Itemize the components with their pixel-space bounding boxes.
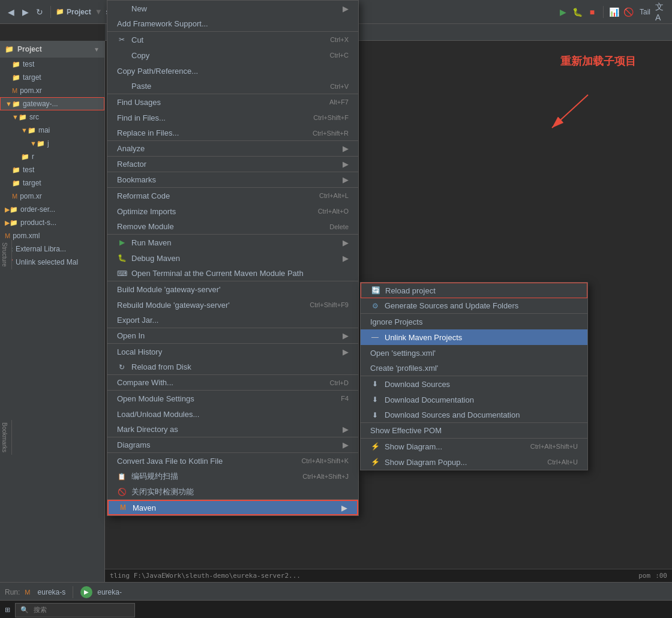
tree-item-test2[interactable]: 📁 test (0, 163, 104, 176)
tree-item-target2[interactable]: 📁 target (0, 176, 104, 190)
menu-item-load-unload[interactable]: Load/Unload Modules... (107, 406, 358, 422)
tree-item-pom1[interactable]: M pom.xr (0, 84, 104, 97)
menu-item-analyze[interactable]: Analyze ▶ (107, 141, 358, 157)
menu-item-local-history[interactable]: Local History ▶ (107, 344, 358, 359)
back-icon[interactable]: ◀ (5, 6, 17, 18)
tree-label-gateway: gateway-... (23, 100, 58, 108)
stop-icon[interactable]: ■ (586, 6, 598, 18)
menu-item-copy-path[interactable]: Copy Path/Reference... (107, 63, 358, 79)
menu-item-optimize[interactable]: Optimize Imports Ctrl+Alt+O (107, 203, 358, 219)
folder-icon-test2: 📁 (12, 166, 20, 174)
menu-item-compare[interactable]: Compare With... Ctrl+D (107, 375, 358, 391)
menu-item-remove-module[interactable]: Remove Module Delete (107, 219, 358, 235)
search-glass-icon: 🔍 (20, 606, 29, 614)
menu-label-find-in-files: Find in Files... (117, 113, 166, 122)
tree-item-ext-lib[interactable]: 📚 External Libra... (0, 242, 104, 256)
tree-item-j[interactable]: ▼📁 j (0, 137, 104, 150)
tree-item-test[interactable]: 📁 test (0, 58, 104, 71)
menu-item-run-maven[interactable]: ▶ Run Maven ▶ (107, 235, 358, 250)
pom-icon-2: M (12, 193, 17, 200)
maven-submenu-dl-both[interactable]: ⬇ Download Sources and Documentation (361, 407, 587, 423)
cut-icon: ✂ (117, 35, 127, 44)
tree-item-product[interactable]: ▶📁 product-s... (0, 216, 104, 229)
menu-item-code-scan[interactable]: 📋 编码规约扫描 Ctrl+Alt+Shift+J (107, 469, 358, 484)
generate-icon: ⚙ (370, 302, 380, 310)
menu-item-reload-disk[interactable]: ↻ Reload from Disk (107, 359, 358, 375)
menu-item-diagrams[interactable]: Diagrams ▶ (107, 437, 358, 453)
refresh-icon[interactable]: ↻ (34, 6, 46, 18)
menu-label-run-maven: Run Maven (131, 238, 171, 247)
maven-submenu-create-profiles[interactable]: Create 'profiles.xml' (361, 361, 587, 376)
folder-icon-src: ▼📁 (12, 113, 27, 121)
windows-icon[interactable]: ⊞ (5, 606, 10, 614)
run-play-button[interactable]: ▶ (80, 586, 92, 598)
menu-item-module-settings[interactable]: Open Module Settings F4 (107, 391, 358, 406)
tree-label-order: order-ser... (20, 205, 55, 214)
menu-item-paste[interactable]: Paste Ctrl+V (107, 79, 358, 94)
menu-item-replace[interactable]: Replace in Files... Ctrl+Shift+R (107, 125, 358, 141)
maven-submenu-unlink[interactable]: — Unlink Maven Projects (361, 329, 587, 345)
breadcrumb-sep: ▼ (95, 7, 103, 16)
menu-item-copy[interactable]: Copy Ctrl+C (107, 47, 358, 63)
menu-label-maven: Maven (133, 503, 156, 512)
maven-submenu-dl-sources[interactable]: ⬇ Download Sources (361, 376, 587, 392)
menu-item-find-in-files[interactable]: Find in Files... Ctrl+Shift+F (107, 110, 358, 125)
maven-submenu-dl-docs[interactable]: ⬇ Download Documentation (361, 392, 587, 407)
tree-label-target: target (23, 73, 41, 82)
stats-icon[interactable]: 📊 (608, 6, 620, 18)
analyze-arrow: ▶ (343, 144, 349, 153)
project-header-arrow[interactable]: ▼ (94, 46, 100, 53)
translate-icon[interactable]: 文A (655, 6, 667, 18)
tree-item-order[interactable]: ▶📁 order-ser... (0, 203, 104, 216)
windows-search-box[interactable]: 🔍 搜索 (15, 603, 135, 617)
menu-item-open-in[interactable]: Open In ▶ (107, 328, 358, 344)
debug-icon[interactable]: 🐛 (572, 6, 584, 18)
menu-item-reformat[interactable]: Reformat Code Ctrl+Alt+L (107, 188, 358, 203)
menu-item-cut[interactable]: ✂ Cut Ctrl+X (107, 32, 358, 47)
tree-item-src[interactable]: ▼📁 src (0, 110, 104, 124)
play-icon[interactable]: ▶ (557, 6, 569, 18)
tree-item-mai[interactable]: ▼📁 mai (0, 124, 104, 137)
tree-label-pom1: pom.xr (20, 86, 42, 95)
menu-item-bookmarks[interactable]: Bookmarks ▶ (107, 172, 358, 188)
menu-item-build-module[interactable]: Build Module 'gateway-server' (107, 281, 358, 297)
menu-item-open-terminal[interactable]: ⌨ Open Terminal at the Current Maven Mod… (107, 266, 358, 281)
maven-submenu-effective-pom[interactable]: Show Effective POM (361, 423, 587, 439)
tree-item-scratches[interactable]: 📝 Unlink selected Mal (0, 256, 104, 269)
project-header-icon: 📁 (5, 45, 14, 53)
menu-item-convert-kotlin[interactable]: Convert Java File to Kotlin File Ctrl+Al… (107, 453, 358, 469)
tree-label-mai: mai (38, 126, 50, 134)
tree-item-r[interactable]: 📁 r (0, 150, 104, 163)
project-panel-header: 📁 Project ▼ (0, 41, 104, 58)
maven-label-effective-pom: Show Effective POM (370, 426, 442, 435)
menu-item-add-framework[interactable]: Add Framework Support... (107, 16, 358, 32)
block-icon[interactable]: 🚫 (623, 6, 635, 18)
menu-label-copy-path: Copy Path/Reference... (117, 67, 198, 76)
annotation-chinese: 重新加载子项目 (560, 53, 636, 70)
menu-item-find-usages[interactable]: Find Usages Alt+F7 (107, 94, 358, 110)
maven-submenu-ignore[interactable]: Ignore Projects (361, 314, 587, 329)
maven-label-open-settings: Open 'settings.xml' (370, 349, 436, 358)
maven-submenu-generate[interactable]: ⚙ Generate Sources and Update Folders (361, 298, 587, 314)
tree-item-pom2[interactable]: M pom.xr (0, 190, 104, 203)
maven-submenu-open-settings[interactable]: Open 'settings.xml' (361, 345, 587, 361)
menu-item-debug-maven[interactable]: 🐛 Debug Maven ▶ (107, 250, 358, 266)
bookmarks-tab[interactable]: Bookmarks (0, 420, 12, 455)
forward-icon[interactable]: ▶ (19, 6, 31, 18)
tree-item-gateway[interactable]: ▼📁 gateway-... (0, 97, 104, 110)
tree-item-target[interactable]: 📁 target (0, 71, 104, 84)
menu-item-export-jar[interactable]: Export Jar... (107, 313, 358, 328)
menu-item-mark-dir[interactable]: Mark Directory as ▶ (107, 422, 358, 437)
menu-item-maven[interactable]: M Maven ▶ (107, 500, 358, 515)
maven-submenu-show-diagram-popup[interactable]: ⚡ Show Diagram Popup... Ctrl+Alt+U (361, 454, 587, 470)
find-in-files-shortcut: Ctrl+Shift+F (313, 114, 349, 121)
menu-item-refactor[interactable]: Refactor ▶ (107, 157, 358, 172)
menu-item-new[interactable]: New ▶ (107, 1, 358, 16)
maven-submenu-show-diagram[interactable]: ⚡ Show Diagram... Ctrl+Alt+Shift+U (361, 439, 587, 454)
tree-item-pom-root[interactable]: M pom.xml (0, 229, 104, 242)
menu-item-rebuild-module[interactable]: Rebuild Module 'gateway-server' Ctrl+Shi… (107, 297, 358, 313)
menu-item-disable-realtime[interactable]: 🚫 关闭实时检测功能 (107, 484, 358, 500)
maven-submenu-reload[interactable]: 🔄 Reload project (361, 283, 587, 298)
bookmarks-arrow: ▶ (343, 175, 349, 184)
structure-tab[interactable]: Structure (0, 240, 12, 269)
